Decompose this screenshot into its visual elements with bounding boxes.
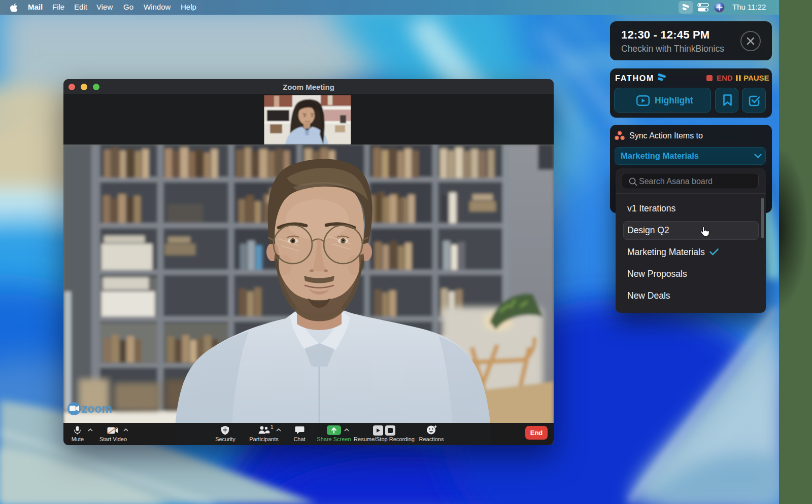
svg-text:zoom: zoom bbox=[82, 402, 112, 415]
